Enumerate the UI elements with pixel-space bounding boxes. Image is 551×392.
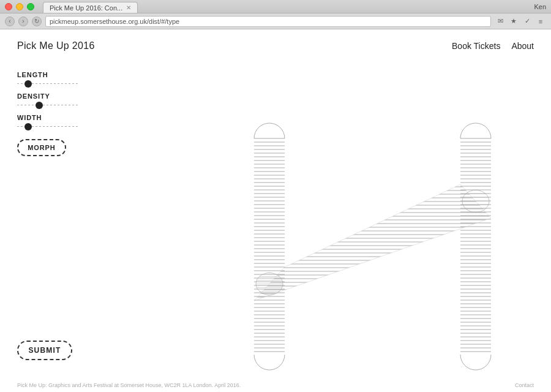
- density-label: DENSITY: [17, 92, 81, 100]
- width-slider-track[interactable]: [17, 126, 78, 127]
- site-footer: Pick Me Up: Graphics and Arts Festival a…: [0, 379, 551, 392]
- submit-button[interactable]: SUBMIT: [17, 341, 72, 360]
- main-content: LENGTH DENSITY WIDTH: [0, 59, 551, 385]
- maximize-button[interactable]: [27, 3, 34, 10]
- os-chrome: Pick Me Up 2016: Con... ✕ Ken ‹ › ↻ pick…: [0, 0, 551, 392]
- width-control: WIDTH: [17, 114, 81, 127]
- density-slider-track[interactable]: [17, 105, 78, 105]
- letter-canvas: [98, 59, 551, 385]
- length-label: LENGTH: [17, 71, 81, 78]
- menu-icon[interactable]: ≡: [535, 16, 546, 27]
- density-control: DENSITY: [17, 92, 81, 105]
- tab-close-icon[interactable]: ✕: [126, 4, 131, 11]
- user-name: Ken: [534, 3, 546, 10]
- nav-book-tickets[interactable]: Book Tickets: [452, 41, 500, 51]
- url-text: pickmeup.somersethouse.org.uk/dist/#/typ…: [50, 18, 179, 25]
- bookmark-icon[interactable]: ★: [508, 16, 519, 27]
- site-title: Pick Me Up 2016: [17, 40, 95, 51]
- close-button[interactable]: [5, 3, 12, 10]
- back-button[interactable]: ‹: [5, 17, 15, 26]
- address-bar: ‹ › ↻ pickmeup.somersethouse.org.uk/dist…: [0, 13, 551, 29]
- tab-bar: Pick Me Up 2016: Con... ✕: [43, 0, 138, 13]
- mail-icon[interactable]: ✉: [495, 16, 506, 27]
- width-slider-thumb[interactable]: [24, 123, 32, 130]
- site-header: Pick Me Up 2016 Book Tickets About: [0, 29, 551, 59]
- title-bar: Pick Me Up 2016: Con... ✕ Ken: [0, 0, 551, 13]
- webpage: Pick Me Up 2016 Book Tickets About LENGT…: [0, 29, 551, 392]
- length-control: LENGTH: [17, 71, 81, 84]
- density-slider-thumb[interactable]: [36, 102, 43, 109]
- toolbar-icons: ✉ ★ ✓ ≡: [495, 16, 546, 27]
- length-slider-thumb[interactable]: [24, 80, 32, 88]
- width-label: WIDTH: [17, 114, 81, 121]
- morph-button[interactable]: MORPH: [17, 139, 66, 156]
- footer-contact[interactable]: Contact: [515, 382, 534, 388]
- traffic-lights: [5, 3, 34, 10]
- nav-about[interactable]: About: [511, 41, 534, 51]
- browser-tab[interactable]: Pick Me Up 2016: Con... ✕: [43, 2, 138, 13]
- canvas-area: [98, 59, 551, 385]
- refresh-button[interactable]: ↻: [32, 17, 42, 26]
- forward-button[interactable]: ›: [18, 17, 28, 26]
- site-nav: Book Tickets About: [452, 41, 534, 51]
- minimize-button[interactable]: [16, 3, 23, 10]
- footer-text: Pick Me Up: Graphics and Arts Festival a…: [17, 382, 241, 388]
- length-slider-track[interactable]: [17, 83, 78, 84]
- tab-label: Pick Me Up 2016: Con...: [50, 4, 122, 12]
- url-bar[interactable]: pickmeup.somersethouse.org.uk/dist/#/typ…: [45, 16, 491, 27]
- controls-panel: LENGTH DENSITY WIDTH: [0, 59, 98, 385]
- check-icon[interactable]: ✓: [522, 16, 533, 27]
